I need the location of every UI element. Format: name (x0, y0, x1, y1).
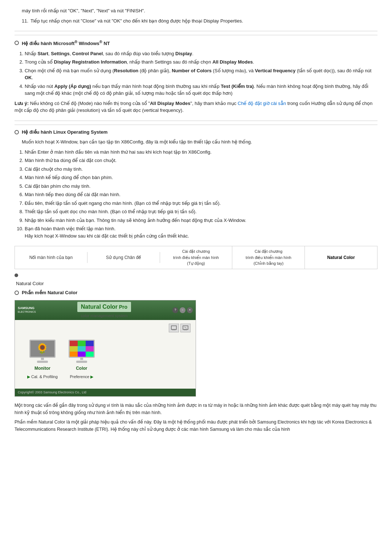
color-block-6 (86, 346, 94, 352)
sunflower-icon: 🌻 (36, 341, 49, 356)
app-title-area: Natural Color Pro color management syste… (36, 302, 172, 319)
toolbar-btn-1[interactable] (169, 324, 179, 332)
app-logo: SAMSUNG ELECTRONICS (18, 307, 36, 314)
module2-sublabel: Preference ▶ (70, 374, 93, 380)
monitor-neck (41, 358, 44, 360)
linux-bullet-icon (15, 130, 19, 134)
linux-item-4: Màn hình kế tiếp dùng để chọn bàn phím. (25, 174, 377, 181)
color-block-3 (86, 341, 94, 346)
samsung-brand: SAMSUNG ELECTRONICS (18, 307, 36, 314)
linux-item-3: Cài đặt chuột cho máy tính. (25, 166, 377, 173)
natural-color-section-title: Phần mềm Natural Color (22, 289, 77, 296)
linux-item-9: Nhập tên kiểu màn hình của bạn. Thông ti… (25, 217, 377, 224)
tab-natural-color[interactable]: Natural Color (305, 252, 377, 263)
app-modules: 🌻 Monitor ▶ Cal. & Profiling (20, 336, 191, 384)
natural-color-description: Một trong các vấn đề gần đây trong sử dụ… (15, 402, 377, 433)
nav-tabs: Nối màn hình của bạn Sử dụng Chân đế Cài… (15, 246, 377, 269)
linux-section-title: Hệ điều hành Linux Operating System (22, 129, 107, 136)
color-block-7 (70, 352, 78, 357)
app-title-natural: Natural Color (81, 304, 118, 310)
app-controls: ? − × (172, 307, 193, 313)
windows-note: Lưu ý: Nếu không có Chế độ (Mode) nào hi… (15, 100, 377, 114)
color-block-5 (78, 346, 86, 352)
windows-list: Nhấp Start, Settings, Control Panel, sau… (15, 50, 377, 97)
linux-item-7: Đầu tiên, thiết lập tần số quét ngang ch… (25, 200, 377, 207)
tab-noi-man-hinh[interactable]: Nối màn hình của bạn (15, 252, 87, 263)
natural-color-label: Natural Color (16, 280, 377, 287)
app-footer: Copyright© 2003 Samsung Electronics Co.,… (15, 389, 196, 397)
svg-rect-1 (172, 329, 176, 330)
windows-section-title: Hệ điều hành Microsoft® Windows® NT (22, 39, 110, 47)
natural-color-dot (15, 274, 18, 277)
intro-section: máy tính rồi nhấp nút "OK", "Next", "Nex… (15, 7, 377, 24)
monitor-screen: 🌻 (29, 340, 56, 358)
monitor-base (37, 361, 48, 363)
app-title-bg: Natural Color Pro (77, 302, 131, 312)
divider-1 (15, 31, 377, 31)
linux-item-6: Màn hình tiếp theo dùng để cài đặt màn h… (25, 191, 377, 198)
samsung-logo-area: SAMSUNG ELECTRONICS (18, 307, 36, 314)
color-block-2 (78, 341, 86, 346)
color-monitor-base (76, 361, 87, 363)
toolbar-btn-2[interactable] (180, 324, 191, 332)
natural-color-section-dot (15, 291, 19, 295)
app-title-pro: Pro (119, 304, 127, 310)
intro-line2-text: Tiếp tục nhấp chọn nút "Close" và nút "O… (30, 17, 243, 25)
color-monitor-neck (80, 358, 83, 360)
module2-label: Color (76, 365, 87, 372)
app-body: 🌻 Monitor ▶ Cal. & Profiling (15, 320, 196, 389)
monitor-icon: 🌻 (29, 340, 56, 363)
windows-bullet-icon (15, 41, 19, 45)
app-titlebar: SAMSUNG ELECTRONICS Natural Color Pro co… (15, 300, 196, 320)
windows-item-3: Chọn một chế độ mà bạn muốn sử dụng (Res… (25, 67, 377, 81)
windows-item-4: Nhấp vào nút Apply (Áp dụng) nếu bạn thấ… (25, 83, 377, 97)
color-blocks (70, 341, 94, 357)
linux-item-8: Thiết lập tần số quét dọc cho màn hình. … (25, 208, 377, 215)
tab-cai-dat-chinh-bang-tay[interactable]: Cài đặt chươngtrình điều khiển màn hình(… (232, 246, 305, 269)
color-block-1 (70, 341, 78, 346)
windows-item-2: Trong cửa sổ Display Registration Inform… (25, 58, 377, 66)
app-close-button[interactable]: × (187, 307, 193, 313)
tab-cai-dat-tu-dong[interactable]: Cài đặt chươngtrình điều khiển màn hình(… (160, 246, 233, 269)
natural-color-header (15, 274, 377, 277)
app-help-button[interactable]: ? (172, 307, 178, 313)
tab-su-dung-chan-de[interactable]: Sử dụng Chân đế (87, 252, 160, 263)
intro-line2-container: 11. Tiếp tục nhấp chọn nút "Close" và nú… (15, 17, 377, 25)
linux-section: Hệ điều hành Linux Operating System Muốn… (15, 125, 377, 240)
windows-note-link[interactable]: Chế độ đặt giờ cài sẵn (238, 101, 286, 106)
module-color[interactable]: Color Preference ▶ (69, 340, 95, 380)
intro-line1: máy tính rồi nhấp nút "OK", "Next", "Nex… (15, 7, 377, 15)
color-block-4 (70, 346, 78, 352)
windows-section: Hệ điều hành Microsoft® Windows® NT Nhấp… (15, 35, 377, 114)
color-block-9 (86, 352, 94, 357)
app-minimize-button[interactable]: − (180, 307, 185, 313)
app-toolbar (20, 324, 191, 332)
color-monitor-icon (69, 340, 95, 363)
svg-rect-3 (184, 329, 187, 330)
description-para-1: Một trong các vấn đề gần đây trong sử dụ… (15, 402, 377, 416)
linux-intro: Muốn kích hoạt X-Window, bạn cần tạo tập… (22, 138, 377, 146)
linux-item-1: Nhấn Enter ở màn hình đầu tiên và màn hì… (25, 149, 377, 156)
windows-section-header: Hệ điều hành Microsoft® Windows® NT (15, 35, 377, 47)
natural-color-app-screenshot: SAMSUNG ELECTRONICS Natural Color Pro co… (15, 300, 196, 397)
description-para-2: Phần mềm Natural Color là một giải pháp … (15, 418, 377, 433)
module-monitor[interactable]: 🌻 Monitor ▶ Cal. & Profiling (27, 340, 58, 380)
divider-2 (15, 121, 377, 121)
svg-rect-0 (171, 326, 176, 329)
natural-color-section: Natural Color Phần mềm Natural Color SAM… (15, 274, 377, 433)
windows-item-1: Nhấp Start, Settings, Control Panel, sau… (25, 50, 377, 57)
module1-sublabel: ▶ Cal. & Profiling (27, 374, 58, 380)
app-subtitle: color management system (36, 313, 172, 319)
module1-label: Monitor (34, 365, 50, 372)
intro-line2-num: 11. (22, 17, 28, 25)
natural-color-section-header: Phần mềm Natural Color (15, 289, 377, 296)
linux-item-5: Cài đặt bàn phím cho máy tính. (25, 183, 377, 190)
color-screen (69, 340, 95, 358)
color-block-8 (78, 352, 86, 357)
linux-section-header: Hệ điều hành Linux Operating System (15, 125, 377, 136)
svg-line-4 (184, 327, 187, 328)
linux-item-10: Bạn đã hoàn thành việc thiết lập màn hìn… (25, 225, 377, 239)
linux-item-2: Màn hình thứ ba dùng để cài đặt con chuộ… (25, 157, 377, 164)
linux-list: Nhấn Enter ở màn hình đầu tiên và màn hì… (15, 149, 377, 240)
